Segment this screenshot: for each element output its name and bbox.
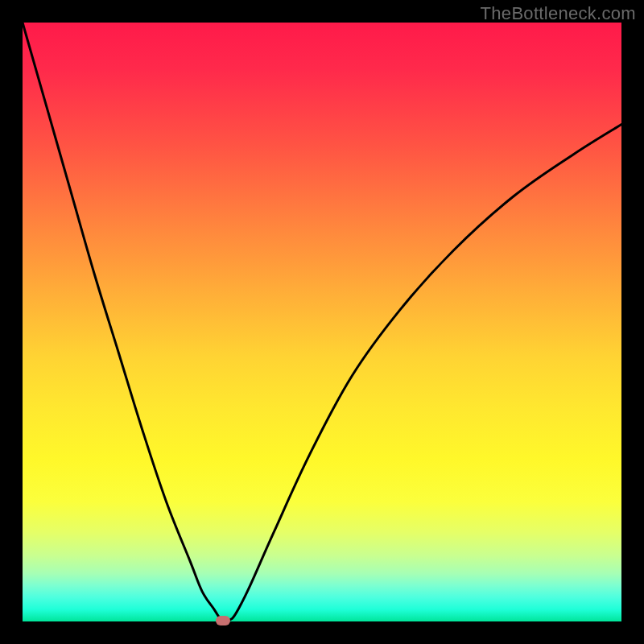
minimum-marker: [216, 616, 230, 625]
plot-area: [23, 23, 621, 621]
curve-path: [23, 23, 621, 621]
watermark-text: TheBottleneck.com: [481, 3, 636, 24]
bottleneck-curve: [23, 23, 621, 621]
chart-frame: TheBottleneck.com: [0, 0, 644, 644]
